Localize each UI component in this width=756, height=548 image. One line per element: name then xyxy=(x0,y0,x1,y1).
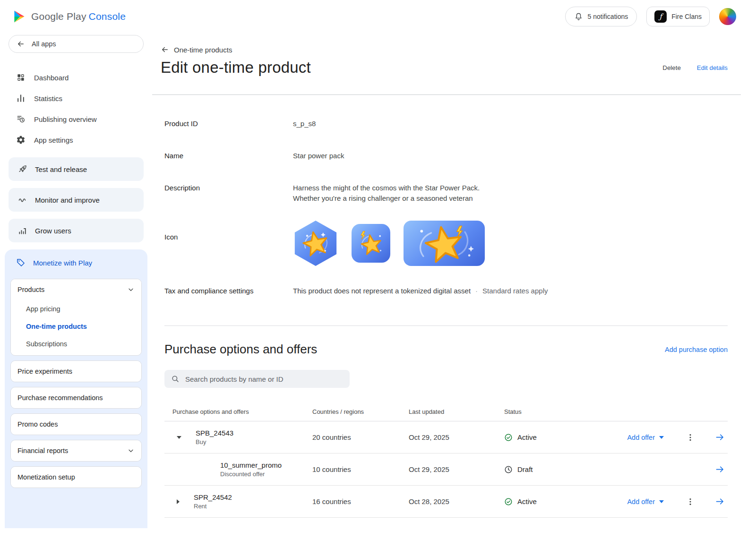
bell-icon xyxy=(574,12,583,21)
sidebar-item-dashboard[interactable]: Dashboard xyxy=(9,67,144,88)
growth-bars-icon xyxy=(18,226,27,235)
search-input[interactable] xyxy=(184,375,343,384)
sidebar-item-app-pricing[interactable]: App pricing xyxy=(11,300,141,317)
sidebar-item-financial-reports[interactable]: Financial reports xyxy=(11,440,141,461)
search-icon xyxy=(171,375,180,383)
app-chip-name: Fire Clans xyxy=(671,13,702,20)
pulse-wave-icon xyxy=(18,195,27,205)
product-icon-set xyxy=(293,220,485,267)
field-value: Harness the might of the cosmos with the… xyxy=(293,183,480,204)
overflow-menu-button[interactable] xyxy=(686,497,695,506)
offer-type: Discounted offer xyxy=(220,471,282,478)
overflow-menu-button[interactable] xyxy=(686,433,695,442)
sidebar-item-promo-codes[interactable]: Promo codes xyxy=(11,414,141,435)
search-box[interactable] xyxy=(164,370,350,388)
field-label: Icon xyxy=(164,220,293,242)
monetize-panel: Monetize with Play Products App pricing … xyxy=(5,249,147,528)
column-header: Last updated xyxy=(409,408,504,415)
offer-id: 10_summer_promo xyxy=(220,461,282,469)
sidebar-item-publishing-overview[interactable]: Publishing overview xyxy=(9,109,144,129)
expand-caret-icon[interactable] xyxy=(177,499,180,504)
financial-reports-card: Financial reports xyxy=(10,440,142,462)
open-row-arrow-button[interactable] xyxy=(715,464,725,474)
section-divider xyxy=(164,325,728,326)
google-play-console-logo[interactable]: Google PlayConsole xyxy=(12,9,126,24)
field-label: Tax and compliance settings xyxy=(164,286,293,296)
back-arrow-icon xyxy=(17,40,25,48)
breadcrumb[interactable]: One-time products xyxy=(161,45,232,54)
sidebar-item-price-experiments[interactable]: Price experiments xyxy=(11,361,141,382)
top-bar: Google PlayConsole 5 notifications ƒ Fir… xyxy=(0,0,756,33)
field-name: Name Star power pack xyxy=(164,151,728,161)
add-purchase-option-button[interactable]: Add purchase option xyxy=(665,346,728,353)
app-switcher-chip[interactable]: ƒ Fire Clans xyxy=(646,7,710,26)
sidebar-section-monetize-with-play[interactable]: Monetize with Play xyxy=(10,251,142,274)
notifications-button[interactable]: 5 notifications xyxy=(565,7,637,26)
sidebar-item-app-settings[interactable]: App settings xyxy=(9,129,144,150)
play-triangle-icon xyxy=(12,9,26,24)
fire-clans-app-icon: ƒ xyxy=(654,10,667,23)
open-row-arrow-button[interactable] xyxy=(715,497,725,506)
field-value: s_p_s8 xyxy=(293,119,316,129)
chevron-down-icon xyxy=(127,447,135,454)
table-row: SPB_24543 Buy 20 countries Oct 29, 2025 … xyxy=(164,421,728,454)
sidebar-item-one-time-products[interactable]: One-time products xyxy=(11,317,141,335)
last-updated-cell: Oct 29, 2025 xyxy=(409,465,504,473)
product-icon-hexagon xyxy=(293,220,338,267)
delete-button[interactable]: Delete xyxy=(662,64,681,71)
last-updated-cell: Oct 29, 2025 xyxy=(409,433,504,441)
sidebar-section-label: Monitor and improve xyxy=(35,196,100,204)
status-cell: Active xyxy=(504,497,613,506)
sidebar-item-products[interactable]: Products xyxy=(11,279,141,300)
field-tax-compliance: Tax and compliance settings This product… xyxy=(164,286,728,296)
all-apps-button[interactable]: All apps xyxy=(9,35,144,53)
sidebar-section-monitor-and-improve[interactable]: Monitor and improve xyxy=(9,188,144,212)
field-label: Description xyxy=(164,183,293,193)
table-row: SPR_24542 Rent 16 countries Oct 28, 2025… xyxy=(164,486,728,518)
sidebar-item-monetization-setup[interactable]: Monetization setup xyxy=(11,467,141,488)
settings-gear-icon xyxy=(16,135,26,145)
product-icon-square xyxy=(352,224,390,263)
sidebar: All apps Dashboard Statistics Publishing xyxy=(0,33,152,548)
brand-google-play: Google Play xyxy=(31,11,86,22)
sidebar-item-label: App settings xyxy=(34,136,73,144)
purchase-option-type: Buy xyxy=(196,438,233,445)
add-offer-button[interactable]: Add offer xyxy=(627,498,664,505)
statistics-icon xyxy=(16,94,26,103)
active-check-icon xyxy=(504,497,513,506)
all-apps-label: All apps xyxy=(32,40,56,48)
open-row-arrow-button[interactable] xyxy=(715,432,725,442)
notifications-label: 5 notifications xyxy=(588,13,628,20)
products-group-label: Products xyxy=(17,286,44,293)
dot-separator: · xyxy=(475,286,478,296)
purchase-option-type: Rent xyxy=(194,503,232,510)
sidebar-item-subscriptions[interactable]: Subscriptions xyxy=(11,335,141,352)
purchase-option-id: SPB_24543 xyxy=(196,429,233,437)
rocket-icon xyxy=(18,164,27,174)
collapse-caret-icon[interactable] xyxy=(177,436,181,439)
add-offer-button[interactable]: Add offer xyxy=(627,434,664,441)
chevron-down-icon xyxy=(127,286,135,293)
breadcrumb-label[interactable]: One-time products xyxy=(174,46,232,54)
purchase-section-title: Purchase options and offers xyxy=(164,342,317,357)
field-value: Star power pack xyxy=(293,151,344,161)
field-product-id: Product ID s_p_s8 xyxy=(164,119,728,129)
status-cell: Active xyxy=(504,433,613,442)
sidebar-item-purchase-recommendations[interactable]: Purchase recommendations xyxy=(11,387,141,408)
back-arrow-icon[interactable] xyxy=(161,45,169,54)
edit-details-button[interactable]: Edit details xyxy=(697,64,728,71)
column-header: Status xyxy=(504,408,613,415)
table-header-row: Purchase options and offers Countries / … xyxy=(164,402,728,421)
sidebar-item-label: Dashboard xyxy=(34,74,69,82)
page-title: Edit one-time product xyxy=(161,59,311,77)
sidebar-item-statistics[interactable]: Statistics xyxy=(9,88,144,109)
price-experiments-card: Price experiments xyxy=(10,360,142,382)
sidebar-section-test-and-release[interactable]: Test and release xyxy=(9,157,144,181)
main-content: One-time products Edit one-time product … xyxy=(152,33,756,548)
products-group-card: Products App pricing One-time products S… xyxy=(10,279,142,356)
avatar[interactable] xyxy=(719,8,736,25)
purchase-recommendations-card: Purchase recommendations xyxy=(10,387,142,409)
status-label: Draft xyxy=(517,465,533,473)
product-detail-fields: Product ID s_p_s8 Name Star power pack D… xyxy=(164,119,728,296)
sidebar-section-grow-users[interactable]: Grow users xyxy=(9,219,144,242)
